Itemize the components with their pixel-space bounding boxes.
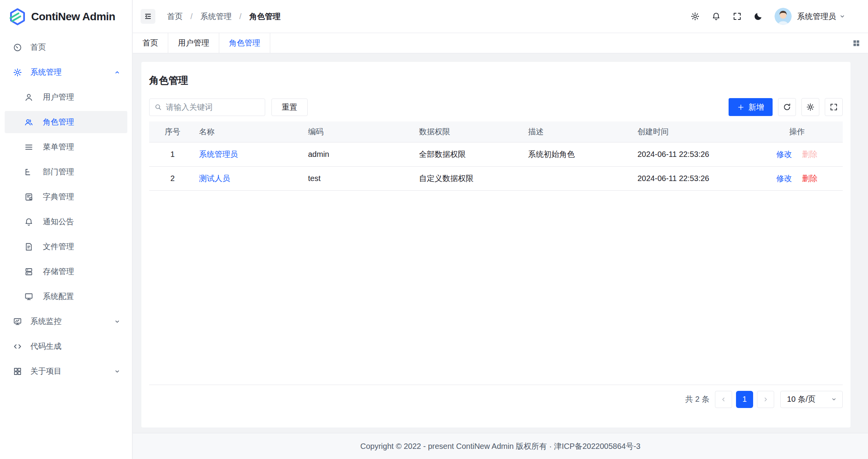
sidebar-item-notice[interactable]: 通知公告 bbox=[5, 211, 127, 233]
cell-code: admin bbox=[305, 142, 416, 166]
chevron-down-icon bbox=[114, 368, 120, 375]
add-button[interactable]: 新增 bbox=[729, 98, 773, 116]
grid-icon bbox=[13, 367, 22, 376]
search-icon bbox=[154, 103, 162, 111]
chevron-down-icon bbox=[831, 396, 837, 402]
sidebar-item-dept-management[interactable]: 部门管理 bbox=[5, 161, 127, 183]
refresh-icon bbox=[783, 103, 791, 111]
user-name[interactable]: 系统管理员 bbox=[797, 11, 836, 22]
cell-created: 2024-06-11 22:53:26 bbox=[634, 166, 751, 190]
sidebar-menu: 首页 系统管理 用户管理 角色管理 bbox=[0, 33, 132, 382]
chevron-down-icon[interactable] bbox=[839, 13, 845, 19]
cell-scope: 全部数据权限 bbox=[416, 142, 525, 166]
edit-link[interactable]: 修改 bbox=[776, 174, 792, 183]
role-table: 序号 名称 编码 数据权限 描述 创建时间 操作 1 系统管理员 admin 全… bbox=[149, 121, 843, 191]
cell-created: 2024-06-11 22:53:26 bbox=[634, 142, 751, 166]
logo-row[interactable]: ContiNew Admin bbox=[0, 0, 132, 33]
copyright-text: Copyright © 2022 - present ContiNew Admi… bbox=[360, 441, 641, 452]
table-fullscreen-button[interactable] bbox=[825, 98, 843, 116]
pagination-total: 共 2 条 bbox=[685, 394, 710, 404]
dark-mode-button[interactable] bbox=[754, 12, 763, 21]
sidebar-item-dict-management[interactable]: 字典管理 bbox=[5, 186, 127, 208]
notifications-button[interactable] bbox=[711, 12, 721, 21]
chevron-down-icon bbox=[114, 318, 120, 325]
page-footer: Copyright © 2022 - present ContiNew Admi… bbox=[133, 433, 868, 459]
sidebar-item-file-management[interactable]: 文件管理 bbox=[5, 236, 127, 258]
breadcrumb-separator: / bbox=[239, 12, 242, 21]
col-desc: 描述 bbox=[525, 121, 634, 142]
refresh-button[interactable] bbox=[778, 98, 796, 116]
content-area: 角色管理 重置 新增 bbox=[133, 53, 868, 433]
search-input[interactable] bbox=[166, 103, 260, 112]
sidebar-item-system-config[interactable]: 系统配置 bbox=[5, 285, 127, 308]
continew-logo-icon bbox=[9, 7, 26, 26]
tree-icon bbox=[24, 167, 33, 177]
sidebar-item-storage-management[interactable]: 存储管理 bbox=[5, 260, 127, 283]
role-name-link[interactable]: 测试人员 bbox=[199, 174, 230, 183]
sidebar-item-role-management[interactable]: 角色管理 bbox=[5, 111, 127, 133]
col-created: 创建时间 bbox=[634, 121, 751, 142]
sidebar: ContiNew Admin 首页 系统管理 用户管理 bbox=[0, 0, 132, 459]
cell-code: test bbox=[305, 166, 416, 190]
dashboard-icon bbox=[13, 43, 22, 52]
tab-role-management[interactable]: 角色管理 bbox=[219, 33, 270, 53]
settings-button[interactable] bbox=[690, 12, 700, 21]
delete-link[interactable]: 删除 bbox=[802, 174, 818, 183]
top-header: 首页 / 系统管理 / 角色管理 bbox=[133, 0, 868, 33]
edit-link[interactable]: 修改 bbox=[776, 150, 792, 158]
pagination-page-1[interactable]: 1 bbox=[736, 391, 753, 408]
sidebar-item-about-project[interactable]: 关于项目 bbox=[5, 360, 127, 382]
menu-lines-icon bbox=[24, 142, 33, 152]
toolbar: 重置 新增 bbox=[149, 98, 843, 116]
fullscreen-icon bbox=[732, 12, 742, 21]
moon-icon bbox=[754, 12, 763, 21]
sidebar-item-user-management[interactable]: 用户管理 bbox=[5, 86, 127, 108]
sidebar-item-menu-management[interactable]: 菜单管理 bbox=[5, 136, 127, 158]
avatar[interactable] bbox=[775, 8, 792, 25]
delete-link: 删除 bbox=[802, 150, 818, 158]
table-settings-button[interactable] bbox=[801, 98, 819, 116]
breadcrumb-home[interactable]: 首页 bbox=[167, 11, 183, 22]
fullscreen-button[interactable] bbox=[732, 12, 742, 21]
tab-user-management[interactable]: 用户管理 bbox=[168, 33, 219, 53]
breadcrumb-system-management[interactable]: 系统管理 bbox=[201, 11, 232, 22]
file-icon bbox=[24, 242, 33, 251]
col-name: 名称 bbox=[196, 121, 305, 142]
col-code: 编码 bbox=[305, 121, 416, 142]
sidebar-item-system-monitor[interactable]: 系统监控 bbox=[5, 310, 127, 332]
tab-actions-button[interactable] bbox=[845, 33, 868, 53]
sidebar-item-code-generation[interactable]: 代码生成 bbox=[5, 335, 127, 357]
sidebar-collapse-button[interactable] bbox=[141, 9, 155, 24]
monitor-chart-icon bbox=[13, 317, 22, 326]
pagination-next-button[interactable] bbox=[757, 391, 774, 408]
gear-icon bbox=[690, 12, 700, 21]
tab-home[interactable]: 首页 bbox=[133, 33, 168, 53]
sidebar-item-system-management[interactable]: 系统管理 bbox=[5, 61, 127, 83]
reset-button[interactable]: 重置 bbox=[271, 98, 308, 116]
col-scope: 数据权限 bbox=[416, 121, 525, 142]
cell-desc bbox=[525, 166, 634, 190]
dictionary-icon bbox=[24, 192, 33, 202]
chevron-right-icon bbox=[762, 396, 769, 403]
fullscreen-icon bbox=[829, 103, 838, 111]
grid-filled-icon bbox=[852, 39, 861, 47]
sidebar-item-home[interactable]: 首页 bbox=[5, 36, 127, 58]
cell-desc: 系统初始角色 bbox=[525, 142, 634, 166]
role-name-link[interactable]: 系统管理员 bbox=[199, 150, 238, 158]
search-box bbox=[149, 98, 265, 116]
pagination-prev-button[interactable] bbox=[715, 391, 732, 408]
cell-index: 2 bbox=[149, 166, 196, 190]
breadcrumb-role-management: 角色管理 bbox=[249, 11, 280, 22]
cell-index: 1 bbox=[149, 142, 196, 166]
header-actions: 系统管理员 bbox=[679, 8, 845, 25]
table-row: 1 系统管理员 admin 全部数据权限 系统初始角色 2024-06-11 2… bbox=[149, 142, 843, 166]
table-header-row: 序号 名称 编码 数据权限 描述 创建时间 操作 bbox=[149, 121, 843, 142]
menu-fold-icon bbox=[144, 12, 152, 21]
gear-icon bbox=[13, 68, 22, 77]
table-empty-space bbox=[149, 191, 843, 385]
gear-icon bbox=[806, 103, 815, 111]
breadcrumb: 首页 / 系统管理 / 角色管理 bbox=[167, 11, 280, 22]
app-title: ContiNew Admin bbox=[31, 11, 115, 23]
pagination: 共 2 条 1 10 条/页 bbox=[149, 391, 843, 408]
page-size-select[interactable]: 10 条/页 bbox=[780, 391, 843, 408]
